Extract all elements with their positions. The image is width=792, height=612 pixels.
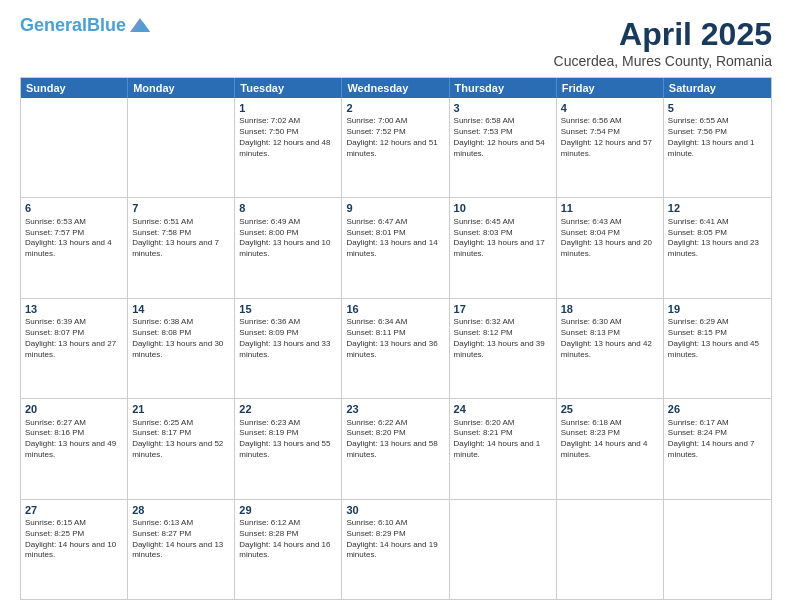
- day-info: Sunrise: 6:53 AM Sunset: 7:57 PM Dayligh…: [25, 217, 123, 260]
- calendar-cell: [21, 98, 128, 197]
- day-number: 3: [454, 101, 552, 115]
- day-info: Sunrise: 6:23 AM Sunset: 8:19 PM Dayligh…: [239, 418, 337, 461]
- calendar-cell: 11Sunrise: 6:43 AM Sunset: 8:04 PM Dayli…: [557, 198, 664, 297]
- day-info: Sunrise: 6:25 AM Sunset: 8:17 PM Dayligh…: [132, 418, 230, 461]
- day-info: Sunrise: 7:00 AM Sunset: 7:52 PM Dayligh…: [346, 116, 444, 159]
- calendar-cell: 20Sunrise: 6:27 AM Sunset: 8:16 PM Dayli…: [21, 399, 128, 498]
- calendar-cell: 10Sunrise: 6:45 AM Sunset: 8:03 PM Dayli…: [450, 198, 557, 297]
- calendar-header-sunday: Sunday: [21, 78, 128, 98]
- day-number: 21: [132, 402, 230, 416]
- calendar-cell: 17Sunrise: 6:32 AM Sunset: 8:12 PM Dayli…: [450, 299, 557, 398]
- calendar-cell: 8Sunrise: 6:49 AM Sunset: 8:00 PM Daylig…: [235, 198, 342, 297]
- calendar-header-thursday: Thursday: [450, 78, 557, 98]
- calendar-cell: 30Sunrise: 6:10 AM Sunset: 8:29 PM Dayli…: [342, 500, 449, 599]
- day-number: 10: [454, 201, 552, 215]
- day-number: 27: [25, 503, 123, 517]
- day-number: 13: [25, 302, 123, 316]
- calendar-cell: 15Sunrise: 6:36 AM Sunset: 8:09 PM Dayli…: [235, 299, 342, 398]
- day-info: Sunrise: 6:41 AM Sunset: 8:05 PM Dayligh…: [668, 217, 767, 260]
- day-number: 6: [25, 201, 123, 215]
- day-info: Sunrise: 6:34 AM Sunset: 8:11 PM Dayligh…: [346, 317, 444, 360]
- day-number: 22: [239, 402, 337, 416]
- calendar-cell: [450, 500, 557, 599]
- calendar-cell: 27Sunrise: 6:15 AM Sunset: 8:25 PM Dayli…: [21, 500, 128, 599]
- day-number: 23: [346, 402, 444, 416]
- day-number: 18: [561, 302, 659, 316]
- calendar-cell: 6Sunrise: 6:53 AM Sunset: 7:57 PM Daylig…: [21, 198, 128, 297]
- day-number: 12: [668, 201, 767, 215]
- main-title: April 2025: [554, 16, 772, 53]
- day-number: 19: [668, 302, 767, 316]
- day-info: Sunrise: 6:55 AM Sunset: 7:56 PM Dayligh…: [668, 116, 767, 159]
- day-number: 17: [454, 302, 552, 316]
- calendar-cell: 12Sunrise: 6:41 AM Sunset: 8:05 PM Dayli…: [664, 198, 771, 297]
- day-number: 28: [132, 503, 230, 517]
- day-info: Sunrise: 6:15 AM Sunset: 8:25 PM Dayligh…: [25, 518, 123, 561]
- day-number: 26: [668, 402, 767, 416]
- day-number: 7: [132, 201, 230, 215]
- calendar-cell: 4Sunrise: 6:56 AM Sunset: 7:54 PM Daylig…: [557, 98, 664, 197]
- day-info: Sunrise: 6:32 AM Sunset: 8:12 PM Dayligh…: [454, 317, 552, 360]
- day-number: 15: [239, 302, 337, 316]
- calendar-header-friday: Friday: [557, 78, 664, 98]
- calendar-cell: 9Sunrise: 6:47 AM Sunset: 8:01 PM Daylig…: [342, 198, 449, 297]
- calendar-header-tuesday: Tuesday: [235, 78, 342, 98]
- calendar-cell: 2Sunrise: 7:00 AM Sunset: 7:52 PM Daylig…: [342, 98, 449, 197]
- calendar-cell: 13Sunrise: 6:39 AM Sunset: 8:07 PM Dayli…: [21, 299, 128, 398]
- logo-icon: [130, 18, 150, 32]
- header: GeneralBlue April 2025 Cucerdea, Mures C…: [20, 16, 772, 69]
- calendar-cell: [128, 98, 235, 197]
- calendar-header-saturday: Saturday: [664, 78, 771, 98]
- calendar-cell: [664, 500, 771, 599]
- day-number: 29: [239, 503, 337, 517]
- day-number: 16: [346, 302, 444, 316]
- day-number: 24: [454, 402, 552, 416]
- logo: GeneralBlue: [20, 16, 150, 34]
- day-number: 25: [561, 402, 659, 416]
- day-info: Sunrise: 6:45 AM Sunset: 8:03 PM Dayligh…: [454, 217, 552, 260]
- calendar-week-4: 27Sunrise: 6:15 AM Sunset: 8:25 PM Dayli…: [21, 499, 771, 599]
- day-info: Sunrise: 6:27 AM Sunset: 8:16 PM Dayligh…: [25, 418, 123, 461]
- page: GeneralBlue April 2025 Cucerdea, Mures C…: [0, 0, 792, 612]
- calendar-cell: 18Sunrise: 6:30 AM Sunset: 8:13 PM Dayli…: [557, 299, 664, 398]
- day-info: Sunrise: 6:36 AM Sunset: 8:09 PM Dayligh…: [239, 317, 337, 360]
- day-number: 1: [239, 101, 337, 115]
- day-info: Sunrise: 6:51 AM Sunset: 7:58 PM Dayligh…: [132, 217, 230, 260]
- day-number: 11: [561, 201, 659, 215]
- calendar-cell: 21Sunrise: 6:25 AM Sunset: 8:17 PM Dayli…: [128, 399, 235, 498]
- calendar-header-wednesday: Wednesday: [342, 78, 449, 98]
- calendar-cell: [557, 500, 664, 599]
- calendar-cell: 25Sunrise: 6:18 AM Sunset: 8:23 PM Dayli…: [557, 399, 664, 498]
- logo-text: GeneralBlue: [20, 16, 126, 34]
- calendar-cell: 26Sunrise: 6:17 AM Sunset: 8:24 PM Dayli…: [664, 399, 771, 498]
- day-info: Sunrise: 6:13 AM Sunset: 8:27 PM Dayligh…: [132, 518, 230, 561]
- day-info: Sunrise: 6:18 AM Sunset: 8:23 PM Dayligh…: [561, 418, 659, 461]
- day-info: Sunrise: 6:39 AM Sunset: 8:07 PM Dayligh…: [25, 317, 123, 360]
- day-info: Sunrise: 6:22 AM Sunset: 8:20 PM Dayligh…: [346, 418, 444, 461]
- day-info: Sunrise: 6:58 AM Sunset: 7:53 PM Dayligh…: [454, 116, 552, 159]
- calendar: SundayMondayTuesdayWednesdayThursdayFrid…: [20, 77, 772, 600]
- day-info: Sunrise: 6:12 AM Sunset: 8:28 PM Dayligh…: [239, 518, 337, 561]
- calendar-header: SundayMondayTuesdayWednesdayThursdayFrid…: [21, 78, 771, 98]
- day-number: 9: [346, 201, 444, 215]
- day-info: Sunrise: 6:56 AM Sunset: 7:54 PM Dayligh…: [561, 116, 659, 159]
- calendar-cell: 28Sunrise: 6:13 AM Sunset: 8:27 PM Dayli…: [128, 500, 235, 599]
- calendar-cell: 7Sunrise: 6:51 AM Sunset: 7:58 PM Daylig…: [128, 198, 235, 297]
- day-number: 14: [132, 302, 230, 316]
- calendar-cell: 5Sunrise: 6:55 AM Sunset: 7:56 PM Daylig…: [664, 98, 771, 197]
- day-number: 4: [561, 101, 659, 115]
- calendar-header-monday: Monday: [128, 78, 235, 98]
- calendar-body: 1Sunrise: 7:02 AM Sunset: 7:50 PM Daylig…: [21, 98, 771, 599]
- day-info: Sunrise: 6:20 AM Sunset: 8:21 PM Dayligh…: [454, 418, 552, 461]
- title-block: April 2025 Cucerdea, Mures County, Roman…: [554, 16, 772, 69]
- logo-blue: Blue: [87, 15, 126, 35]
- subtitle: Cucerdea, Mures County, Romania: [554, 53, 772, 69]
- day-info: Sunrise: 6:10 AM Sunset: 8:29 PM Dayligh…: [346, 518, 444, 561]
- day-info: Sunrise: 6:49 AM Sunset: 8:00 PM Dayligh…: [239, 217, 337, 260]
- day-number: 8: [239, 201, 337, 215]
- day-info: Sunrise: 7:02 AM Sunset: 7:50 PM Dayligh…: [239, 116, 337, 159]
- day-info: Sunrise: 6:43 AM Sunset: 8:04 PM Dayligh…: [561, 217, 659, 260]
- day-number: 5: [668, 101, 767, 115]
- calendar-cell: 24Sunrise: 6:20 AM Sunset: 8:21 PM Dayli…: [450, 399, 557, 498]
- day-info: Sunrise: 6:29 AM Sunset: 8:15 PM Dayligh…: [668, 317, 767, 360]
